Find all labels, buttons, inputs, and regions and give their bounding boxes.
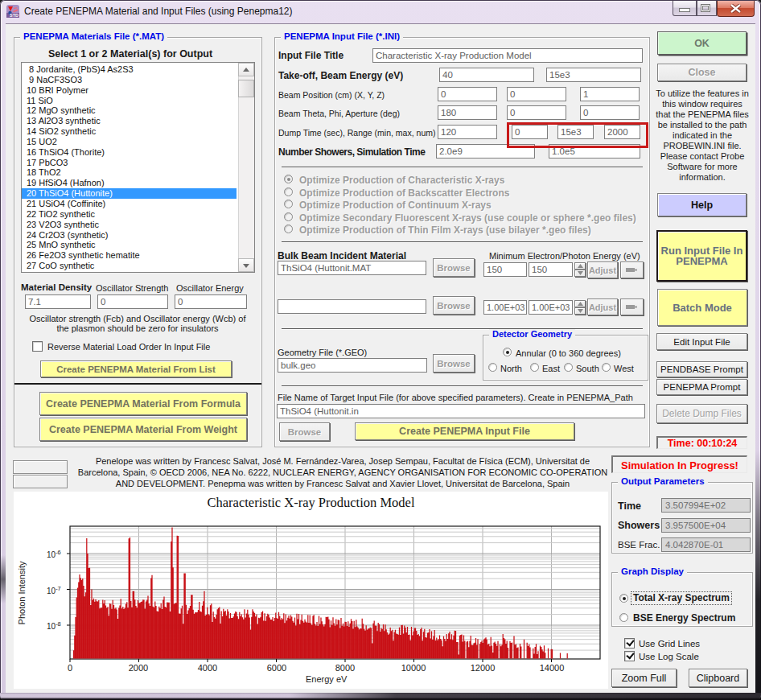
svg-text:Photon Intensity: Photon Intensity (17, 561, 27, 624)
